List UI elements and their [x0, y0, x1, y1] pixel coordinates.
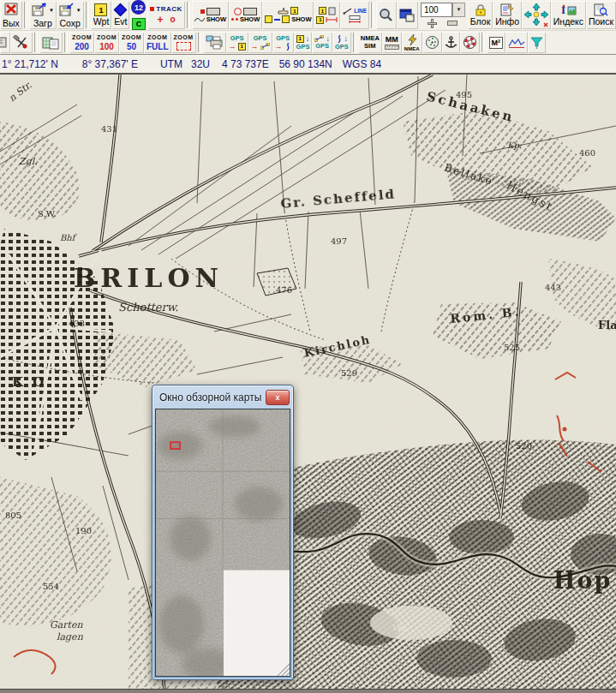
event-icon: [114, 3, 128, 17]
zoom-word: ZOOM: [97, 34, 117, 41]
tools-button[interactable]: [10, 32, 33, 53]
measure-mm-button[interactable]: MM: [382, 32, 402, 53]
gps-download-tracks-button[interactable]: ↓ GPS: [332, 32, 351, 53]
status-bar: 1° 21,712' N 8° 37,367' E UTM 32U 4 73 7…: [0, 55, 616, 75]
save-button[interactable]: ▼ Сохр: [57, 1, 84, 29]
track-plus[interactable]: +: [158, 14, 164, 26]
gps-download-waypoints-button[interactable]: 1↓ GPS: [294, 32, 313, 53]
map-label: 525: [504, 343, 520, 352]
utm-northing: 56 90 134N: [279, 58, 332, 70]
zoom-200-button[interactable]: ZOOM 200: [69, 32, 94, 53]
filter-button[interactable]: [528, 32, 546, 53]
scale-dropdown-button[interactable]: ▼: [452, 3, 465, 17]
zoom-50-button[interactable]: ZOOM 50: [119, 32, 144, 53]
show-waypoints-label: SHOW: [291, 16, 311, 23]
profile-chart-button[interactable]: [505, 32, 528, 53]
scale-combobox[interactable]: 100: [421, 3, 452, 17]
map-windows-button[interactable]: [397, 1, 418, 29]
info-icon: [500, 3, 515, 16]
separator: [353, 33, 356, 52]
map-settings-button[interactable]: [0, 32, 10, 53]
zoom-200-value: 200: [75, 42, 89, 51]
line-tool-button[interactable]: LINE: [340, 1, 369, 29]
index-icon: I: [560, 3, 577, 16]
map-label: S.W.: [38, 209, 56, 218]
zoom-tool-button[interactable]: [376, 1, 397, 29]
map-label: Vor.: [392, 623, 409, 632]
map-canvas[interactable]: n Str.431Zgl.Schaaken495Kp.460BellakeHen…: [0, 75, 616, 690]
zoom-out-button[interactable]: [447, 21, 458, 26]
toolbar-row-2: ZOOM 200 ZOOM 100 ZOOM 50 ZOOM FULL ZOOM…: [0, 31, 616, 55]
zoom-word: ZOOM: [147, 34, 167, 41]
gps-upload-waypoints-button[interactable]: GPS →1: [226, 32, 248, 53]
dropdown-arrow-icon[interactable]: ▼: [76, 8, 81, 13]
waypoint-number-button[interactable]: 12: [131, 0, 146, 15]
map-label: 190: [75, 526, 92, 535]
map-notes-icon: [42, 36, 60, 50]
toolbar-row-1: Вых ▼ Загр ▼ Сохр 1 Wpt Evt 12 C: [0, 0, 616, 31]
gps-word: GPS: [335, 44, 349, 51]
zoom-word: ZOOM: [72, 34, 92, 41]
dropdown-arrow-icon[interactable]: ▼: [49, 8, 54, 13]
lock-button[interactable]: Блок: [468, 1, 493, 29]
zoom-word: ZOOM: [174, 34, 194, 41]
measure-icon: [326, 16, 338, 23]
index-button[interactable]: I Индекс: [551, 1, 586, 29]
info-button[interactable]: Инфо: [493, 1, 522, 29]
track-swatch-icon: [200, 9, 205, 14]
zoom-in-button[interactable]: [428, 19, 437, 28]
nmea-simulation-button[interactable]: NMEA SIM: [358, 32, 382, 53]
lifebuoy-icon: [463, 35, 477, 50]
waypoint-names-button[interactable]: 1 1: [314, 1, 340, 29]
overview-map-content[interactable]: [155, 409, 290, 677]
exit-label: Вых: [3, 19, 20, 28]
zoom-full-button[interactable]: ZOOM FULL: [144, 32, 171, 53]
print-map-button[interactable]: [203, 32, 226, 53]
m2-label: M²: [489, 37, 504, 49]
nmea-monitor-button[interactable]: NMEA: [402, 32, 422, 53]
gps-upload-routes-button[interactable]: GPS →: [248, 32, 272, 53]
tools-icon: [13, 35, 30, 50]
map-label: Hop: [553, 567, 612, 594]
area-measure-button[interactable]: M²: [487, 32, 506, 53]
exit-button[interactable]: Вых: [0, 1, 22, 29]
gps-word: GPS: [296, 44, 310, 51]
waypoint-mini-icon: 1: [238, 43, 246, 51]
waypoint-mini-icon: 1: [316, 16, 324, 24]
close-icon: x: [275, 394, 279, 402]
gps-upload-tracks-button[interactable]: GPS →: [272, 32, 294, 53]
show-tracks-button[interactable]: SHOW: [192, 1, 229, 29]
show-events-button[interactable]: SHOW: [229, 1, 262, 29]
track-control-button[interactable]: TRACK +o: [147, 1, 184, 29]
gps-word: GPS: [254, 35, 267, 42]
comment-button[interactable]: C: [132, 18, 146, 30]
window-bottom-edge: [0, 689, 616, 693]
zoom-100-button[interactable]: ZOOM 100: [94, 32, 119, 53]
satellite-view-button[interactable]: [422, 32, 442, 53]
waypoint-icon: 1: [94, 3, 107, 16]
search-button[interactable]: Поиск: [586, 1, 616, 29]
grid-label: UTM: [160, 58, 182, 70]
route-node-icon: [265, 15, 272, 23]
printer-icon: [206, 35, 224, 50]
event-button[interactable]: Evt: [111, 1, 129, 29]
zoom-100-value: 100: [99, 42, 114, 51]
lifebuoy-button[interactable]: [460, 32, 480, 53]
close-button[interactable]: x: [266, 390, 290, 405]
gps-download-routes-button[interactable]: ↓ GPS: [312, 32, 332, 53]
overview-window-titlebar[interactable]: Окно обзорной карты x: [153, 385, 293, 408]
zoom-window-button[interactable]: ZOOM: [171, 32, 196, 53]
track-squiggle-icon: [336, 35, 343, 43]
utm-zone: 32U: [191, 58, 210, 70]
show-waypoints-button[interactable]: 1 SHOW: [262, 1, 314, 29]
load-button[interactable]: ▼ Загр: [29, 1, 57, 29]
map-notes-button[interactable]: [39, 32, 63, 53]
scanned-map-image: n Str.431Zgl.Schaaken495Kp.460BellakeHen…: [0, 75, 616, 690]
viewport-marker[interactable]: [170, 442, 180, 449]
line-label: LINE: [354, 8, 367, 14]
waypoint-button[interactable]: 1 Wpt: [91, 1, 112, 29]
track-circle[interactable]: o: [170, 15, 176, 24]
pan-arrows-control[interactable]: [522, 1, 551, 29]
anchor-button[interactable]: [442, 32, 460, 53]
overview-map-window[interactable]: Окно обзорной карты x: [152, 385, 294, 680]
